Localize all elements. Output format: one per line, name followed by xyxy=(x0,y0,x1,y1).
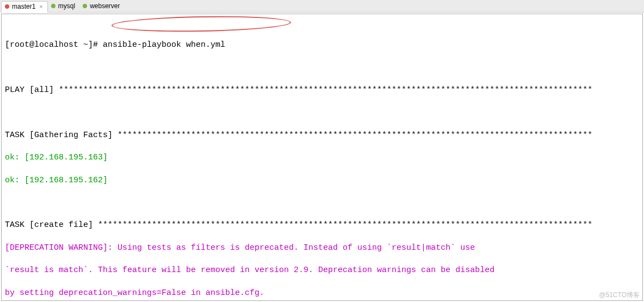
deprecation-line: `result is match`. This feature will be … xyxy=(5,265,639,276)
deprecation-line: by setting deprecation_warnings=False in… xyxy=(5,288,639,299)
command-text: ansible-playbook when.yml xyxy=(103,40,225,50)
tab-bar: master1 × mysql webserver xyxy=(0,0,644,13)
tab-label: mysql xyxy=(58,2,75,10)
status-dot-icon xyxy=(5,4,9,9)
terminal-output[interactable]: [root@localhost ~]# ansible-playbook whe… xyxy=(1,14,643,301)
task-header: TASK [Gathering Facts] *****************… xyxy=(5,130,639,141)
task-header: TASK [create file] *********************… xyxy=(5,220,639,231)
ok-line: ok: [192.168.195.162] xyxy=(5,175,639,187)
shell-prompt: [root@localhost ~]# xyxy=(5,40,103,50)
tab-master1[interactable]: master1 × xyxy=(1,1,48,13)
tab-label: master1 xyxy=(12,3,35,10)
tab-webserver[interactable]: webserver xyxy=(79,1,124,12)
close-icon[interactable]: × xyxy=(39,3,42,10)
tab-mysql[interactable]: mysql xyxy=(48,1,79,12)
red-circle-annotation xyxy=(112,15,291,33)
deprecation-line: [DEPRECATION WARNING]: Using tests as fi… xyxy=(5,243,639,254)
play-header: PLAY [all] *****************************… xyxy=(5,85,639,96)
status-dot-icon xyxy=(51,4,55,8)
watermark-text: @51CTO博客 xyxy=(599,291,640,300)
tab-label: webserver xyxy=(90,2,120,10)
ok-line: ok: [192.168.195.163] xyxy=(5,152,639,164)
status-dot-icon xyxy=(83,4,87,8)
